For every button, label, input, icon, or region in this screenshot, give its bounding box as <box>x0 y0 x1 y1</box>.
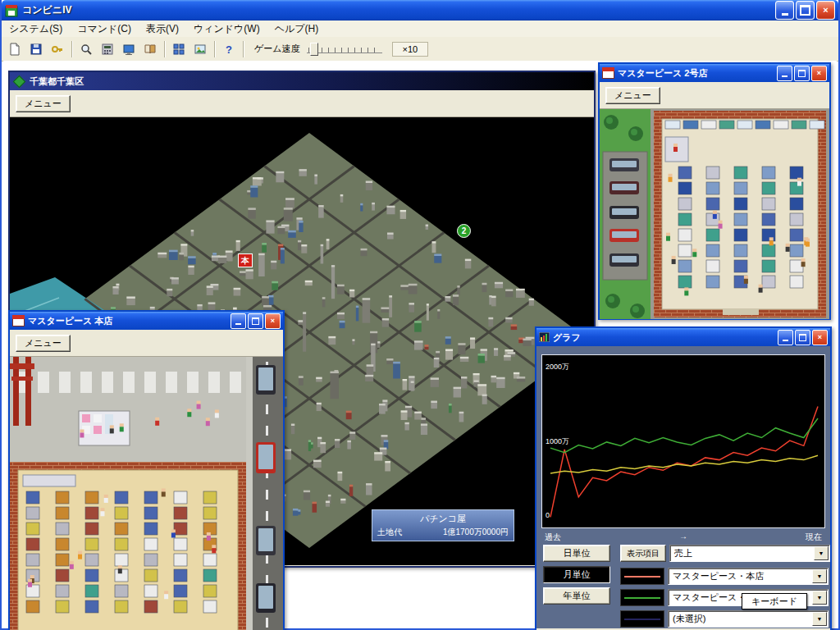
app-icon <box>5 4 18 17</box>
svg-text:0: 0 <box>546 511 550 519</box>
legend-label-1: マスターピース・本店 <box>673 570 764 582</box>
store1-menu-button[interactable]: メニュー <box>16 335 71 352</box>
legend-swatch-1 <box>620 568 664 585</box>
store-marker-branch[interactable]: 2 <box>457 224 471 238</box>
x-axis-arrow: → <box>679 532 687 543</box>
close-button[interactable]: × <box>816 1 835 20</box>
chevron-down-icon[interactable]: ▼ <box>812 612 827 626</box>
store2-close-button[interactable]: × <box>811 66 827 81</box>
game-speed-value: ×10 <box>392 42 429 57</box>
svg-text:1000万: 1000万 <box>546 437 569 445</box>
tooltip-land-label: 土地代 <box>377 527 402 538</box>
land-price-tooltip: パチンコ屋 土地代 1億1700万0000円 <box>372 509 514 541</box>
ime-tooltip: キーボード <box>742 593 807 609</box>
store2-maximize-button[interactable] <box>794 66 810 81</box>
store2-menustrip: メニュー <box>600 82 829 109</box>
store2-minimize-button[interactable] <box>777 66 792 81</box>
legend-label-3: (未選択) <box>673 613 705 625</box>
new-document-icon[interactable] <box>5 39 25 59</box>
menu-help[interactable]: ヘルプ(H) <box>267 21 326 37</box>
graph-titlebar[interactable]: グラフ × <box>536 328 830 346</box>
unit-button-day[interactable]: 日単位 <box>543 545 610 562</box>
map-menustrip: メニュー <box>10 90 594 117</box>
store-marker-main[interactable]: 本 <box>238 253 253 267</box>
slider-thumb[interactable] <box>310 43 318 56</box>
store1-close-button[interactable]: × <box>265 313 281 329</box>
x-axis-right-label: 現在 <box>806 532 822 543</box>
game-speed-label: ゲーム速度 <box>254 43 300 55</box>
map-menu-button[interactable]: メニュー <box>16 95 71 112</box>
store2-titlebar[interactable]: マスターピース 2号店 × <box>600 64 829 82</box>
help-icon[interactable]: ? <box>219 39 239 59</box>
unit-button-group: 日単位 月単位 年単位 <box>543 545 610 605</box>
toolbar-separator <box>71 41 72 57</box>
save-icon[interactable] <box>26 39 46 59</box>
store1-minimize-button[interactable] <box>231 313 246 329</box>
toolbar-separator <box>214 41 215 57</box>
store1-window: マスターピース 本店 × メニュー <box>8 310 285 630</box>
app-title: コンビニIV <box>22 3 771 17</box>
map-window-titlebar[interactable]: 千葉都千葉区 <box>10 72 594 90</box>
legend-row-1: マスターピース・本店 ▼ <box>620 568 829 585</box>
map-window-icon <box>13 75 26 88</box>
graph-window-title: グラフ <box>553 331 774 344</box>
chevron-down-icon[interactable]: ▼ <box>814 546 829 560</box>
menu-command[interactable]: コマンド(C) <box>70 21 139 37</box>
titlebar[interactable]: コンビニIV × <box>2 0 838 21</box>
game-speed-slider[interactable] <box>307 42 382 57</box>
chevron-down-icon[interactable]: ▼ <box>812 569 827 583</box>
tile-windows-icon[interactable] <box>169 39 189 59</box>
graph-window: グラフ × 2000万1000万0 過去 → 現在 日単位 月単位 年単位 <box>535 326 832 630</box>
tooltip-building-name: パチンコ屋 <box>377 513 509 525</box>
menu-system[interactable]: システム(S) <box>2 21 70 37</box>
key-icon[interactable] <box>48 39 67 59</box>
store1-maximize-button[interactable] <box>248 313 263 329</box>
store1-window-icon <box>12 315 25 326</box>
sales-chart: 2000万1000万0 <box>541 354 825 528</box>
zoom-icon[interactable] <box>76 39 96 59</box>
minimize-button[interactable] <box>775 1 794 20</box>
svg-text:2000万: 2000万 <box>546 363 569 371</box>
unit-button-year[interactable]: 年単位 <box>543 587 610 605</box>
toolbar-separator <box>243 41 244 57</box>
store1-titlebar[interactable]: マスターピース 本店 × <box>10 312 283 330</box>
legend-swatch-3 <box>620 610 664 628</box>
graph-minimize-button[interactable] <box>778 330 793 345</box>
image-icon[interactable] <box>190 39 210 59</box>
legend-select-3[interactable]: (未選択) ▼ <box>668 610 829 628</box>
chevron-down-icon[interactable]: ▼ <box>812 591 827 605</box>
display-item-row: 表示項目 売上 ▼ <box>620 545 830 562</box>
legend-row-3: (未選択) ▼ <box>620 610 829 628</box>
store2-menu-button[interactable]: メニュー <box>605 87 660 104</box>
graph-close-button[interactable]: × <box>812 330 828 345</box>
svg-text:?: ? <box>226 43 232 56</box>
store2-scene[interactable] <box>600 109 829 319</box>
unit-button-month[interactable]: 月単位 <box>543 566 610 583</box>
toolbar: ? ゲーム速度 ×10 <box>2 37 838 62</box>
store2-window: マスターピース 2号店 × メニュー <box>598 62 831 320</box>
graph-maximize-button[interactable] <box>795 330 810 345</box>
monitor-icon[interactable] <box>119 39 139 59</box>
menu-window[interactable]: ウィンドウ(W) <box>186 21 267 37</box>
maximize-button[interactable] <box>796 1 815 20</box>
display-item-label: 表示項目 <box>620 545 666 562</box>
store2-window-title: マスターピース 2号店 <box>618 67 774 80</box>
finance-icon[interactable] <box>98 39 117 59</box>
store1-menustrip: メニュー <box>10 330 283 357</box>
app-window: コンビニIV × システム(S) コマンド(C) 表示(V) ウィンドウ(W) … <box>0 0 840 630</box>
graph-window-icon <box>539 332 550 342</box>
display-item-value: 売上 <box>674 547 692 559</box>
toolbar-separator <box>164 41 165 57</box>
chart-canvas: 2000万1000万0 <box>542 355 824 527</box>
store1-scene[interactable] <box>10 357 283 630</box>
display-item-select[interactable]: 売上 ▼ <box>669 545 830 562</box>
x-axis-labels: 過去 → 現在 <box>545 532 822 543</box>
store1-window-title: マスターピース 本店 <box>28 315 227 327</box>
store2-window-icon <box>602 67 614 79</box>
legend-swatch-2 <box>620 589 664 606</box>
manual-icon[interactable] <box>140 39 160 59</box>
menu-view[interactable]: 表示(V) <box>139 21 186 37</box>
legend-select-1[interactable]: マスターピース・本店 ▼ <box>668 568 829 585</box>
x-axis-left-label: 過去 <box>545 532 561 543</box>
menu-bar: システム(S) コマンド(C) 表示(V) ウィンドウ(W) ヘルプ(H) <box>2 21 838 38</box>
